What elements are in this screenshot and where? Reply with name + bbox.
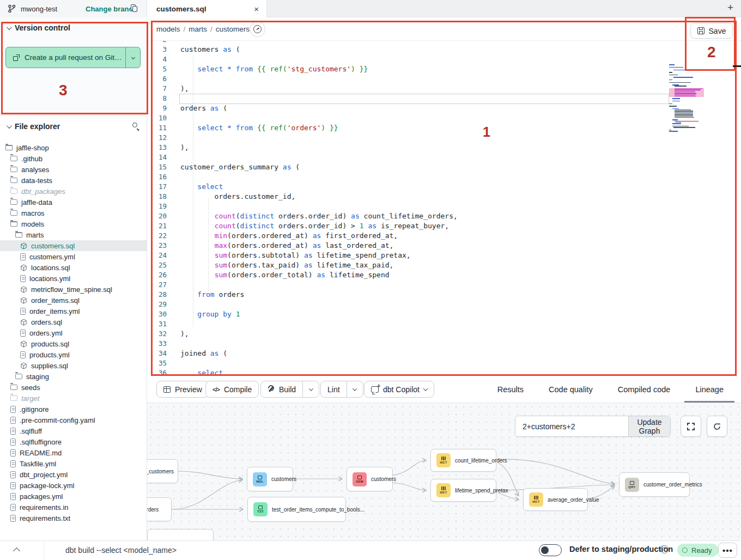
code-line-10[interactable]: 10: [147, 113, 741, 123]
code-line-13[interactable]: 13),: [147, 143, 741, 153]
code-line-33[interactable]: 33: [147, 339, 741, 349]
build-dropdown[interactable]: [302, 381, 319, 397]
code-line-18[interactable]: 18 orders.customer_id,: [147, 192, 741, 202]
code-line-14[interactable]: 14: [147, 153, 741, 162]
file-explorer-header[interactable]: File explorer: [0, 116, 147, 137]
fullscreen-button[interactable]: [681, 416, 701, 437]
file-tree-item-taskfile-yml[interactable]: Taskfile.yml: [0, 458, 147, 469]
file-tree-item--gitignore[interactable]: .gitignore: [0, 404, 147, 415]
file-tree-item-staging[interactable]: staging: [0, 371, 147, 382]
lineage-selector-input[interactable]: [515, 416, 628, 436]
file-tree-item-supplies-sql[interactable]: supplies.sql: [0, 360, 147, 371]
lineage-node-customer-order-metrics[interactable]: QRYcustomer_order_metrics: [619, 472, 690, 497]
code-line-28[interactable]: 28 from orders: [147, 290, 741, 300]
file-tree-item-jaffle-data[interactable]: jaffle-data: [0, 197, 147, 208]
code-line-32[interactable]: 32),: [147, 329, 741, 339]
update-graph-button[interactable]: Update Graph: [628, 416, 670, 436]
lineage-node-orders[interactable]: orders: [147, 497, 172, 521]
code-line-27[interactable]: 27: [147, 280, 741, 290]
file-tree-item-order-items-yml[interactable]: order_items.yml: [0, 306, 147, 316]
copy-icon[interactable]: [131, 4, 138, 13]
code-editor[interactable]: 23customers as (45 select * from {{ ref(…: [147, 41, 741, 376]
code-line-30[interactable]: 30 group by 1: [147, 309, 741, 319]
lineage-canvas[interactable]: Update Graph stg_customersordersMDLcusto…: [147, 403, 741, 540]
code-line-2[interactable]: 2: [147, 41, 741, 45]
lineage-node-stg-customers[interactable]: stg_customers: [147, 459, 178, 483]
code-line-23[interactable]: 23 max(orders.ordered_at) as last_ordere…: [147, 241, 741, 251]
lineage-node-customers[interactable]: MDLcustomers: [247, 467, 293, 491]
file-tree-item-packages-yml[interactable]: packages.yml: [0, 491, 147, 502]
help-icon[interactable]: ?: [660, 545, 669, 553]
version-control-header[interactable]: Version control: [0, 17, 147, 38]
lineage-node-test-order-items-compute-to-bools-[interactable]: TSTtest_order_items_compute_to_bools...: [247, 497, 346, 522]
breadcrumb-models[interactable]: models: [156, 25, 180, 33]
cli-command[interactable]: dbt build --select <model_name>: [65, 546, 177, 555]
file-tree-item-requirements-txt[interactable]: requirements.txt: [0, 513, 147, 524]
refresh-button[interactable]: [707, 416, 727, 437]
file-tree-item-jaffle-shop[interactable]: jaffle-shop: [0, 142, 147, 153]
file-tree-item-orders-yml[interactable]: orders.yml: [0, 327, 147, 338]
code-line-19[interactable]: 19: [147, 202, 741, 211]
file-tree-item-models[interactable]: models: [0, 218, 147, 229]
lineage-node-lifetime-spend-pretax[interactable]: METlifetime_spend_pretax: [430, 479, 496, 502]
file-tree-item-locations-sql[interactable]: locations.sql: [0, 262, 147, 273]
code-line-35[interactable]: 35: [147, 358, 741, 368]
code-line-12[interactable]: 12: [147, 133, 741, 143]
file-tree-item-marts[interactable]: marts: [0, 229, 147, 240]
breadcrumb-marts[interactable]: marts: [189, 25, 207, 33]
search-icon[interactable]: [132, 123, 140, 130]
code-line-16[interactable]: 16: [147, 172, 741, 182]
file-tree-item-analyses[interactable]: analyses: [0, 164, 147, 175]
dbt-copilot-button[interactable]: dbt Copilot: [364, 381, 434, 398]
file-tree-item-order-items-sql[interactable]: order_items.sql: [0, 295, 147, 306]
lineage-node-customers[interactable]: SEMcustomers: [347, 467, 393, 491]
collapse-panel-icon[interactable]: [13, 547, 20, 555]
explore-lineage-button[interactable]: [250, 21, 265, 37]
lineage-node-average-order-value[interactable]: METaverage_order_value: [523, 488, 588, 511]
code-line-15[interactable]: 15customer_orders_summary as (: [147, 162, 741, 172]
save-button[interactable]: Save: [690, 23, 733, 39]
file-tree-item--sqlfluff[interactable]: .sqlfluff: [0, 425, 147, 436]
code-line-26[interactable]: 26 sum(orders.order_total) as lifetime_s…: [147, 270, 741, 280]
code-line-8[interactable]: 8: [147, 94, 741, 104]
file-tree-item--github[interactable]: .github: [0, 153, 147, 164]
file-tree-item-metricflow-time-spine-sql[interactable]: metricflow_time_spine.sql: [0, 284, 147, 295]
code-line-4[interactable]: 4: [147, 54, 741, 64]
lint-button[interactable]: Lint: [320, 381, 363, 398]
code-line-17[interactable]: 17 select: [147, 182, 741, 192]
code-line-7[interactable]: 7),: [147, 84, 741, 94]
tab-compiled-code[interactable]: Compiled code: [610, 376, 678, 403]
file-tree-item--pre-commit-config-yaml[interactable]: .pre-commit-config.yaml: [0, 415, 147, 425]
lint-dropdown[interactable]: [347, 381, 363, 397]
code-line-34[interactable]: 34joined as (: [147, 349, 741, 358]
preview-button[interactable]: Preview: [156, 381, 209, 398]
minimap[interactable]: [669, 64, 718, 150]
tab-lineage[interactable]: Lineage: [688, 376, 731, 403]
code-line-36[interactable]: 36 select: [147, 368, 741, 376]
tab-results[interactable]: Results: [490, 376, 531, 403]
lineage-node-count-lifetime-orders[interactable]: METcount_lifetime_orders: [430, 449, 496, 472]
file-tree-item-dbt-project-yml[interactable]: dbt_project.yml: [0, 469, 147, 480]
file-tree-item-target[interactable]: target: [0, 393, 147, 404]
file-tree-item-customers-yml[interactable]: customers.yml: [0, 251, 147, 262]
file-tree-item-macros[interactable]: macros: [0, 208, 147, 218]
more-options-button[interactable]: •••: [718, 543, 737, 558]
code-line-11[interactable]: 11 select * from {{ ref('orders') }}: [147, 123, 741, 133]
code-line-29[interactable]: 29: [147, 300, 741, 309]
file-tree-item-dbt-packages[interactable]: dbt_packages: [0, 186, 147, 197]
file-tree-item--sqlfluffignore[interactable]: .sqlfluffignore: [0, 436, 147, 447]
build-button[interactable]: Build: [260, 381, 319, 398]
file-tree-item-locations-yml[interactable]: locations.yml: [0, 273, 147, 284]
defer-toggle[interactable]: [539, 544, 562, 556]
tab-code-quality[interactable]: Code quality: [541, 376, 600, 403]
code-line-21[interactable]: 21 count(distinct orders.order_id) > 1 a…: [147, 221, 741, 231]
file-tree-item-seeds[interactable]: seeds: [0, 382, 147, 393]
code-line-25[interactable]: 25 sum(orders.tax_paid) as lifetime_tax_…: [147, 260, 741, 270]
compile-button[interactable]: </>Compile: [205, 381, 259, 398]
new-tab-button[interactable]: +: [727, 2, 733, 14]
tab-customers-sql[interactable]: customers.sql ×: [147, 0, 267, 17]
code-line-3[interactable]: 3customers as (: [147, 45, 741, 54]
create-pr-main[interactable]: Create a pull request on Git…: [6, 47, 125, 68]
code-line-22[interactable]: 22 min(orders.ordered_at) as first_order…: [147, 231, 741, 241]
file-tree-item-orders-sql[interactable]: orders.sql: [0, 316, 147, 327]
